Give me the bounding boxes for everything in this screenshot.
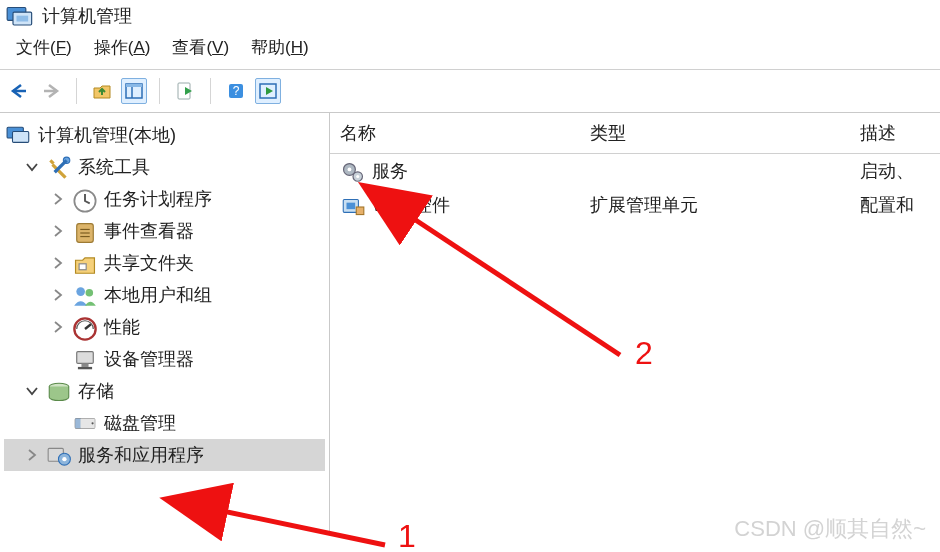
svg-point-37 <box>356 175 359 178</box>
tree-services-apps[interactable]: 服务和应用程序 <box>4 439 325 471</box>
menu-help[interactable]: 帮助(H) <box>251 36 309 59</box>
list-cell-type <box>580 169 850 173</box>
svg-rect-39 <box>346 203 355 209</box>
col-header-type[interactable]: 类型 <box>580 113 850 153</box>
chevron-right-icon[interactable] <box>24 447 40 463</box>
chevron-right-icon[interactable] <box>50 319 66 335</box>
svg-rect-18 <box>79 264 86 270</box>
tree-task-scheduler[interactable]: 任务计划程序 <box>4 183 325 215</box>
shared-folder-icon <box>72 252 98 274</box>
svg-point-20 <box>86 289 94 297</box>
event-log-icon <box>72 220 98 242</box>
svg-rect-28 <box>75 418 80 428</box>
svg-rect-2 <box>16 16 28 22</box>
list-cell-name: WMI 控件 <box>372 193 450 217</box>
svg-text:?: ? <box>233 84 240 98</box>
svg-rect-25 <box>78 367 92 369</box>
menu-file[interactable]: 文件(F) <box>16 36 72 59</box>
tree-disk-management[interactable]: 磁盘管理 <box>4 407 325 439</box>
toolbar-separator <box>210 78 211 104</box>
gears-icon <box>340 160 366 182</box>
list-cell-name: 服务 <box>372 159 408 183</box>
tree-event-viewer[interactable]: 事件查看器 <box>4 215 325 247</box>
chevron-down-icon[interactable] <box>24 159 40 175</box>
computer-management-icon <box>6 124 32 146</box>
svg-point-30 <box>91 422 93 424</box>
clock-icon <box>72 188 98 210</box>
wmi-icon <box>340 194 366 216</box>
chevron-right-icon[interactable] <box>50 287 66 303</box>
list-pane: 名称 类型 描述 服务 启动、 WMI 控件 扩展管理单元 配置和 <box>330 113 940 533</box>
menu-action[interactable]: 操作(A) <box>94 36 151 59</box>
users-icon <box>72 284 98 306</box>
toolbar-separator <box>76 78 77 104</box>
chevron-right-icon[interactable] <box>50 255 66 271</box>
export-icon[interactable] <box>172 78 198 104</box>
performance-icon <box>72 316 98 338</box>
chevron-right-icon[interactable] <box>50 223 66 239</box>
tools-icon <box>46 156 72 178</box>
tree-root-computer-management[interactable]: 计算机管理(本地) <box>4 119 325 151</box>
tree-local-users[interactable]: 本地用户和组 <box>4 279 325 311</box>
help-icon[interactable]: ? <box>223 78 249 104</box>
svg-point-33 <box>62 457 66 461</box>
list-row-services[interactable]: 服务 启动、 <box>330 154 940 188</box>
device-icon <box>72 348 98 370</box>
disk-icon <box>72 412 98 434</box>
list-cell-type: 扩展管理单元 <box>580 191 850 219</box>
title-bar: 计算机管理 <box>0 0 940 36</box>
forward-icon[interactable] <box>38 78 64 104</box>
list-cell-desc: 配置和 <box>850 191 940 219</box>
run-icon[interactable] <box>255 78 281 104</box>
svg-point-19 <box>76 287 85 296</box>
chevron-down-icon[interactable] <box>24 383 40 399</box>
list-cell-desc: 启动、 <box>850 157 940 185</box>
chevron-right-icon[interactable] <box>50 191 66 207</box>
tree-device-manager[interactable]: 设备管理器 <box>4 343 325 375</box>
toolbar: ? <box>0 70 940 113</box>
tree-system-tools[interactable]: 系统工具 <box>4 151 325 183</box>
back-icon[interactable] <box>6 78 32 104</box>
svg-point-35 <box>348 168 352 172</box>
tree-storage[interactable]: 存储 <box>4 375 325 407</box>
list-row-wmi[interactable]: WMI 控件 扩展管理单元 配置和 <box>330 188 940 222</box>
col-header-desc[interactable]: 描述 <box>850 113 940 153</box>
app-icon <box>6 4 34 28</box>
list-header: 名称 类型 描述 <box>330 113 940 154</box>
storage-icon <box>46 380 72 402</box>
svg-rect-40 <box>356 207 364 215</box>
tree-shared-folders[interactable]: 共享文件夹 <box>4 247 325 279</box>
menu-bar: 文件(F) 操作(A) 查看(V) 帮助(H) <box>0 36 940 70</box>
svg-rect-24 <box>81 363 88 367</box>
window-title: 计算机管理 <box>42 4 132 28</box>
svg-rect-11 <box>12 132 28 143</box>
tree-performance[interactable]: 性能 <box>4 311 325 343</box>
menu-view[interactable]: 查看(V) <box>172 36 229 59</box>
tree-pane: 计算机管理(本地) 系统工具 任务计划程序 事件查看器 共享文件夹 <box>0 113 330 533</box>
svg-rect-5 <box>126 84 142 87</box>
up-folder-icon[interactable] <box>89 78 115 104</box>
toolbar-separator <box>159 78 160 104</box>
svg-rect-23 <box>77 352 94 364</box>
col-header-name[interactable]: 名称 <box>330 113 580 153</box>
view-panes-icon[interactable] <box>121 78 147 104</box>
services-apps-icon <box>46 444 72 466</box>
